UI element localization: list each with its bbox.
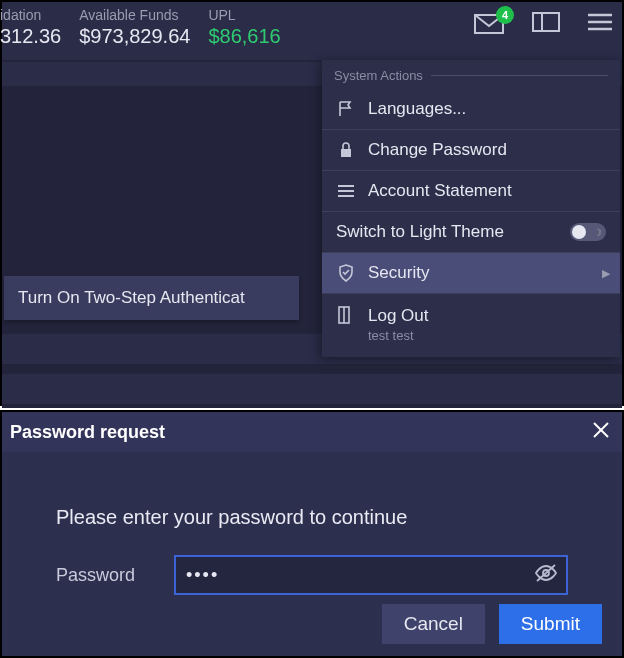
app-header-region: idation 312.36 Available Funds $973,829.…: [0, 0, 624, 406]
menu-section-label: System Actions: [334, 68, 423, 83]
svg-rect-6: [341, 149, 351, 157]
chevron-right-icon: ▶: [602, 267, 610, 280]
dialog-titlebar: Password request: [2, 412, 622, 452]
row-band: [2, 374, 622, 404]
menu-item-account-statement[interactable]: Account Statement: [322, 171, 620, 212]
close-icon[interactable]: [592, 421, 610, 444]
menu-item-label: Languages...: [368, 99, 466, 119]
system-actions-menu: System Actions Languages... Change Passw…: [322, 60, 620, 357]
stats-bar: idation 312.36 Available Funds $973,829.…: [2, 2, 622, 58]
menu-item-label: Security: [368, 263, 429, 283]
stat-value: $86,616: [208, 24, 280, 48]
dialog-title: Password request: [10, 422, 165, 443]
stat-liquidation: idation 312.36: [0, 6, 61, 48]
submenu-label: Turn On Two-Step Authenticat: [18, 288, 245, 308]
submit-button[interactable]: Submit: [499, 604, 602, 644]
layout-icon[interactable]: [532, 12, 560, 36]
menu-item-change-password[interactable]: Change Password: [322, 130, 620, 171]
svg-line-15: [537, 565, 555, 581]
dialog-message: Please enter your password to continue: [56, 506, 568, 529]
list-icon: [336, 184, 356, 198]
cancel-button[interactable]: Cancel: [382, 604, 485, 644]
menu-item-languages[interactable]: Languages...: [322, 89, 620, 130]
submenu-two-step-auth[interactable]: Turn On Two-Step Authenticat: [4, 276, 299, 320]
logout-icon: [336, 306, 356, 324]
menu-item-security[interactable]: Security ▶: [322, 253, 620, 294]
menu-item-label: Switch to Light Theme: [336, 222, 504, 242]
menu-item-theme-toggle[interactable]: Switch to Light Theme ☽: [322, 212, 620, 253]
menu-item-logout[interactable]: Log Out test test: [322, 294, 620, 357]
shield-icon: [336, 264, 356, 282]
svg-rect-1: [533, 13, 559, 31]
flag-icon: [336, 101, 356, 117]
moon-icon: ☽: [593, 227, 602, 238]
menu-section-header: System Actions: [322, 60, 620, 89]
stat-label: UPL: [208, 6, 280, 24]
eye-off-icon[interactable]: [534, 563, 558, 587]
divider: [431, 75, 608, 76]
theme-toggle-switch[interactable]: ☽: [570, 223, 606, 241]
menu-item-label: Log Out: [368, 306, 429, 326]
password-request-dialog: Password request Please enter your passw…: [0, 410, 624, 658]
password-label: Password: [56, 565, 156, 586]
toggle-knob: [572, 225, 586, 239]
password-input[interactable]: [174, 555, 568, 595]
stat-label: Available Funds: [79, 6, 190, 24]
stat-value: $973,829.64: [79, 24, 190, 48]
stat-label: idation: [0, 6, 61, 24]
menu-item-label: Change Password: [368, 140, 507, 160]
hamburger-icon[interactable]: [588, 13, 612, 35]
mail-badge: 4: [496, 6, 514, 24]
lock-icon: [336, 142, 356, 158]
logout-username: test test: [368, 328, 429, 343]
stat-upl: UPL $86,616: [208, 6, 280, 48]
menu-item-label: Account Statement: [368, 181, 512, 201]
stat-value: 312.36: [0, 24, 61, 48]
stat-available-funds: Available Funds $973,829.64: [79, 6, 190, 48]
mail-icon[interactable]: 4: [474, 14, 504, 34]
